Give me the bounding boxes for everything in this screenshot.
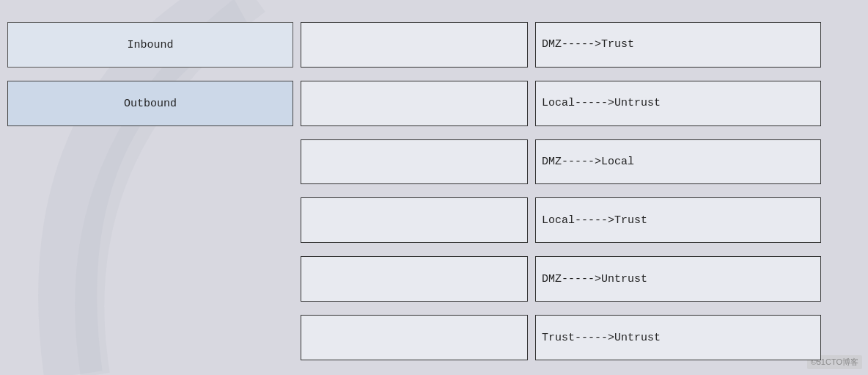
outbound-button[interactable]: Outbound: [7, 81, 293, 126]
middle-item-5[interactable]: [301, 256, 528, 302]
right-item-4[interactable]: Local----->Trust: [535, 197, 821, 243]
outbound-label: Outbound: [124, 98, 177, 110]
inbound-button[interactable]: Inbound: [7, 22, 293, 68]
left-column: Inbound Outbound: [7, 15, 293, 360]
middle-item-6[interactable]: [301, 315, 528, 360]
right-item-6[interactable]: Trust----->Untrust: [535, 315, 821, 360]
middle-item-3[interactable]: [301, 139, 528, 185]
right-label-6: Trust----->Untrust: [542, 332, 661, 344]
right-label-2: Local----->Untrust: [542, 97, 661, 109]
right-item-3[interactable]: DMZ----->Local: [535, 139, 821, 185]
middle-column: [301, 15, 528, 360]
right-label-1: DMZ----->Trust: [542, 38, 634, 51]
right-item-2[interactable]: Local----->Untrust: [535, 81, 821, 126]
right-item-5[interactable]: DMZ----->Untrust: [535, 256, 821, 302]
inbound-label: Inbound: [127, 39, 173, 51]
right-column: DMZ----->Trust Local----->Untrust DMZ---…: [535, 15, 821, 360]
right-label-3: DMZ----->Local: [542, 156, 634, 168]
right-label-4: Local----->Trust: [542, 214, 647, 227]
middle-item-4[interactable]: [301, 197, 528, 243]
main-container: Inbound Outbound DMZ----->Trust Local---…: [0, 0, 868, 375]
right-item-1[interactable]: DMZ----->Trust: [535, 22, 821, 68]
middle-item-1[interactable]: [301, 22, 528, 68]
right-label-5: DMZ----->Untrust: [542, 273, 647, 285]
middle-item-2[interactable]: [301, 81, 528, 126]
